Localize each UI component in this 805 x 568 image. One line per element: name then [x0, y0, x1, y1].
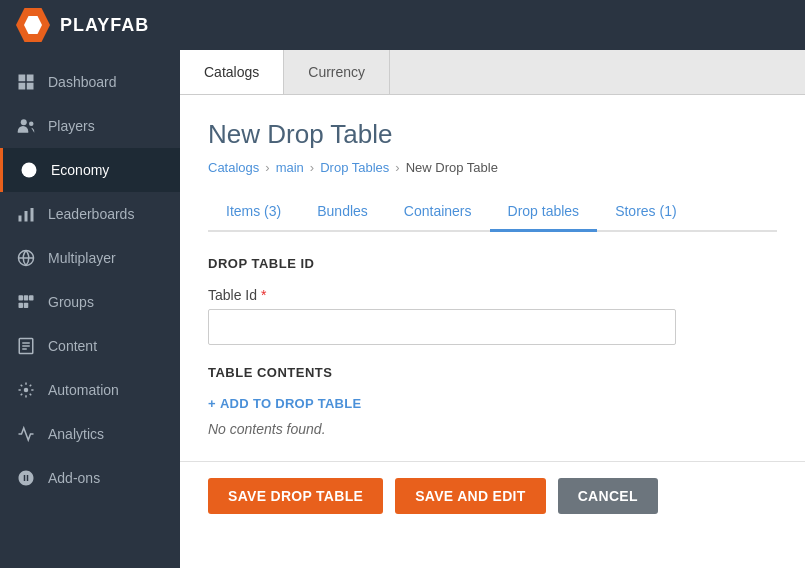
app-header: PLAYFAB — [0, 0, 805, 50]
breadcrumb: Catalogs › main › Drop Tables › New Drop… — [208, 160, 777, 175]
svg-rect-14 — [19, 303, 24, 308]
table-id-input[interactable] — [208, 309, 676, 345]
save-drop-table-button[interactable]: SAVE DROP TABLE — [208, 478, 383, 514]
svg-rect-7 — [19, 216, 22, 222]
svg-rect-0 — [19, 75, 26, 82]
save-and-edit-button[interactable]: SAVE AND EDIT — [395, 478, 545, 514]
svg-rect-9 — [31, 208, 34, 222]
page-title: New Drop Table — [208, 119, 777, 150]
layout: Dashboard Players Economy Leaderboards M — [0, 50, 805, 568]
table-contents-title: TABLE CONTENTS — [208, 365, 777, 380]
sidebar-item-players[interactable]: Players — [0, 104, 180, 148]
sidebar-item-label: Dashboard — [48, 74, 117, 90]
top-tabs: Catalogs Currency — [180, 50, 805, 95]
sidebar: Dashboard Players Economy Leaderboards M — [0, 50, 180, 568]
content-area: New Drop Table Catalogs › main › Drop Ta… — [180, 95, 805, 461]
table-id-label: Table Id * — [208, 287, 777, 303]
breadcrumb-drop-tables[interactable]: Drop Tables — [320, 160, 389, 175]
sidebar-item-multiplayer[interactable]: Multiplayer — [0, 236, 180, 280]
dashboard-icon — [16, 72, 36, 92]
sidebar-item-label: Content — [48, 338, 97, 354]
svg-rect-1 — [27, 75, 34, 82]
svg-rect-13 — [29, 295, 34, 300]
automation-icon — [16, 380, 36, 400]
svg-rect-3 — [27, 83, 34, 90]
addons-icon — [16, 468, 36, 488]
breadcrumb-sep-2: › — [310, 160, 314, 175]
players-icon — [16, 116, 36, 136]
sidebar-item-label: Multiplayer — [48, 250, 116, 266]
plus-icon: + — [208, 396, 216, 411]
groups-icon — [16, 292, 36, 312]
sidebar-item-label: Analytics — [48, 426, 104, 442]
sub-tab-stores[interactable]: Stores (1) — [597, 193, 694, 232]
table-contents-section: TABLE CONTENTS + ADD TO DROP TABLE No co… — [208, 365, 777, 437]
no-contents-text: No contents found. — [208, 421, 777, 437]
sub-tab-drop-tables[interactable]: Drop tables — [490, 193, 598, 232]
sidebar-item-label: Economy — [51, 162, 109, 178]
sidebar-item-label: Automation — [48, 382, 119, 398]
sidebar-item-addons[interactable]: Add-ons — [0, 456, 180, 500]
sub-tab-items[interactable]: Items (3) — [208, 193, 299, 232]
sidebar-item-label: Groups — [48, 294, 94, 310]
analytics-icon — [16, 424, 36, 444]
tab-catalogs[interactable]: Catalogs — [180, 50, 284, 94]
cancel-button[interactable]: CANCEL — [558, 478, 658, 514]
sidebar-item-automation[interactable]: Automation — [0, 368, 180, 412]
svg-rect-11 — [19, 295, 24, 300]
breadcrumb-catalogs[interactable]: Catalogs — [208, 160, 259, 175]
drop-table-id-section-title: DROP TABLE ID — [208, 256, 777, 271]
multiplayer-icon — [16, 248, 36, 268]
svg-rect-2 — [19, 83, 26, 90]
sidebar-item-leaderboards[interactable]: Leaderboards — [0, 192, 180, 236]
svg-point-4 — [21, 119, 27, 125]
sub-tab-containers[interactable]: Containers — [386, 193, 490, 232]
sidebar-item-content[interactable]: Content — [0, 324, 180, 368]
sidebar-item-economy[interactable]: Economy — [0, 148, 180, 192]
sidebar-item-label: Add-ons — [48, 470, 100, 486]
table-id-form-group: Table Id * — [208, 287, 777, 345]
svg-point-5 — [29, 122, 34, 127]
main-content: Catalogs Currency New Drop Table Catalog… — [180, 50, 805, 568]
breadcrumb-sep-3: › — [395, 160, 399, 175]
logo-icon-inner — [24, 16, 42, 34]
logo: PLAYFAB — [16, 8, 149, 42]
sub-tabs: Items (3) Bundles Containers Drop tables… — [208, 193, 777, 232]
sidebar-item-label: Players — [48, 118, 95, 134]
footer-buttons: SAVE DROP TABLE SAVE AND EDIT CANCEL — [180, 461, 805, 530]
breadcrumb-main[interactable]: main — [276, 160, 304, 175]
sub-tab-bundles[interactable]: Bundles — [299, 193, 386, 232]
sidebar-item-analytics[interactable]: Analytics — [0, 412, 180, 456]
breadcrumb-sep-1: › — [265, 160, 269, 175]
tab-currency[interactable]: Currency — [284, 50, 390, 94]
required-indicator: * — [261, 287, 266, 303]
economy-icon — [19, 160, 39, 180]
svg-rect-15 — [24, 303, 29, 308]
breadcrumb-current: New Drop Table — [406, 160, 498, 175]
sidebar-item-groups[interactable]: Groups — [0, 280, 180, 324]
logo-text: PLAYFAB — [60, 15, 149, 36]
add-to-drop-table-link[interactable]: + ADD TO DROP TABLE — [208, 396, 777, 411]
svg-point-20 — [24, 388, 29, 393]
sidebar-item-label: Leaderboards — [48, 206, 134, 222]
logo-icon — [16, 8, 50, 42]
content-icon — [16, 336, 36, 356]
svg-rect-8 — [25, 211, 28, 222]
sidebar-item-dashboard[interactable]: Dashboard — [0, 60, 180, 104]
svg-rect-12 — [24, 295, 29, 300]
leaderboards-icon — [16, 204, 36, 224]
